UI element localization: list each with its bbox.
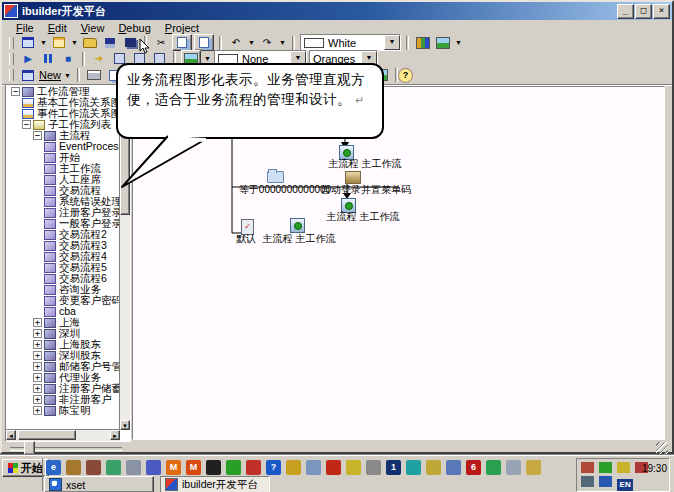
monitor-green-icon[interactable] xyxy=(226,460,241,475)
step-into-icon[interactable]: ➔ xyxy=(90,51,108,66)
combo-dropdown-icon[interactable]: ▼ xyxy=(384,35,400,50)
copy-icon[interactable] xyxy=(172,34,192,51)
pause-icon[interactable] xyxy=(39,51,57,66)
flow-node-label[interactable]: 主流程 主工作流 xyxy=(315,211,411,222)
sync-green-icon[interactable] xyxy=(106,460,121,475)
chat-icon[interactable] xyxy=(126,460,141,475)
scroll-left-icon[interactable]: ◄ xyxy=(6,430,16,440)
flow-node-workflow-icon[interactable] xyxy=(290,218,305,233)
print-icon[interactable] xyxy=(85,68,103,83)
redo-icon[interactable]: ↷ xyxy=(258,35,276,50)
palette-icon[interactable] xyxy=(414,35,432,50)
run-icon[interactable]: ▶ xyxy=(19,51,37,66)
expand-icon[interactable]: + xyxy=(33,362,42,371)
new-item-dropdown-icon[interactable]: ▼ xyxy=(70,39,79,46)
scroll-down-icon[interactable]: ▼ xyxy=(120,420,130,430)
collapse-icon[interactable]: − xyxy=(33,131,42,140)
image-yellow-icon[interactable] xyxy=(526,460,541,475)
save-icon[interactable] xyxy=(101,35,119,50)
mail-icon[interactable] xyxy=(86,460,101,475)
flow-node-label[interactable]: 自动登录并置菜单码 xyxy=(310,184,422,195)
undo-icon[interactable]: ↶ xyxy=(227,35,245,50)
menu-project[interactable]: Project xyxy=(159,22,205,34)
swirl-red-icon[interactable] xyxy=(246,460,261,475)
new-item-button[interactable] xyxy=(50,35,68,50)
task-button-xset[interactable]: xset xyxy=(44,476,154,492)
flow-node-briefcase-icon[interactable] xyxy=(345,171,361,184)
picture-tool-icon[interactable] xyxy=(434,35,452,50)
gears-gray-icon[interactable] xyxy=(366,460,381,475)
tray-volume-icon[interactable] xyxy=(617,462,630,473)
collapse-icon[interactable]: − xyxy=(22,120,31,129)
new-project-dropdown-icon[interactable]: ▼ xyxy=(39,39,48,46)
zoom-dropdown-icon[interactable]: ▼ xyxy=(203,55,212,62)
tray-app-icon[interactable] xyxy=(599,476,612,487)
app-blue-icon[interactable] xyxy=(446,460,461,475)
mm-orange-icon[interactable]: M xyxy=(166,460,181,475)
help-icon[interactable]: ? xyxy=(398,68,413,83)
bottom-slider-thumb[interactable] xyxy=(24,441,35,455)
six-red-icon[interactable]: 6 xyxy=(466,460,481,475)
expand-icon[interactable]: + xyxy=(33,318,42,327)
expand-icon[interactable]: + xyxy=(33,384,42,393)
toolbar-grip[interactable] xyxy=(9,69,14,81)
stop-icon[interactable]: ■ xyxy=(59,51,77,66)
close-button[interactable]: × xyxy=(653,4,670,19)
search-gray-icon[interactable] xyxy=(506,460,521,475)
expand-icon[interactable]: + xyxy=(33,373,42,382)
scrollbar-thumb[interactable] xyxy=(18,430,76,440)
doc-blue-icon[interactable] xyxy=(306,460,321,475)
new-button-label[interactable]: New xyxy=(39,69,61,81)
toolbar-grip[interactable] xyxy=(9,37,14,49)
expand-icon[interactable]: + xyxy=(33,329,42,338)
toolbar-grip[interactable] xyxy=(9,53,14,65)
redo-dropdown-icon[interactable]: ▼ xyxy=(278,39,287,46)
paste-icon[interactable] xyxy=(194,34,214,51)
mm-red-icon[interactable]: M xyxy=(186,460,201,475)
tray-network-icon[interactable] xyxy=(581,462,594,473)
globe-purple-icon[interactable] xyxy=(146,460,161,475)
menu-edit[interactable]: Edit xyxy=(42,22,73,34)
tree-item[interactable]: +陈宝明 xyxy=(7,405,119,416)
task-button-ibuilder[interactable]: ibuilder开发平台 xyxy=(160,476,270,492)
help-blue-icon[interactable]: ? xyxy=(266,460,281,475)
tray-monitor-icon[interactable] xyxy=(581,476,594,487)
cut-icon[interactable]: ✂ xyxy=(152,35,170,50)
edit-yellow-icon[interactable] xyxy=(426,460,441,475)
picture-dropdown-icon[interactable]: ▼ xyxy=(454,39,463,46)
one-blue-icon[interactable]: 1 xyxy=(386,460,401,475)
ie-icon[interactable]: e xyxy=(46,460,61,475)
fill-color-combo[interactable]: White ▼ xyxy=(300,34,401,51)
expand-icon[interactable]: + xyxy=(33,395,42,404)
box-red-icon[interactable] xyxy=(326,460,341,475)
flow-node-label[interactable]: 主流程 主工作流 xyxy=(317,158,413,169)
castle-yellow-icon[interactable] xyxy=(286,460,301,475)
expand-icon[interactable]: + xyxy=(33,340,42,349)
monitor-teal-icon[interactable] xyxy=(406,460,421,475)
expand-icon[interactable]: + xyxy=(33,406,42,415)
menu-debug[interactable]: Debug xyxy=(112,22,156,34)
qq-penguin-icon[interactable] xyxy=(206,460,221,475)
tray-sync-icon[interactable] xyxy=(599,462,612,473)
open-icon[interactable] xyxy=(81,35,99,50)
menu-file[interactable]: File xyxy=(10,22,40,34)
menu-view[interactable]: View xyxy=(75,22,111,34)
new-document-icon[interactable] xyxy=(19,68,37,83)
restore-button[interactable]: □ xyxy=(635,4,652,19)
new-project-button[interactable] xyxy=(19,35,37,50)
scroll-right-icon[interactable]: ► xyxy=(110,430,120,440)
language-indicator[interactable]: EN xyxy=(617,479,633,491)
expand-icon[interactable]: + xyxy=(33,351,42,360)
box-green-icon[interactable] xyxy=(486,460,501,475)
workflow-canvas[interactable]: 主流程 主工作流等于0000000000000自动登录并置菜单码主流程 主工作流… xyxy=(132,86,665,440)
new-dropdown-icon[interactable]: ▼ xyxy=(63,72,72,79)
undo-dropdown-icon[interactable]: ▼ xyxy=(247,39,256,46)
resize-grip-icon[interactable] xyxy=(656,442,668,454)
flow-node-label[interactable]: 主流程 主工作流 xyxy=(251,233,347,244)
globe-brown-icon[interactable] xyxy=(66,460,81,475)
flow-node-folder-icon[interactable] xyxy=(267,171,284,183)
clock-yellow-icon[interactable] xyxy=(346,460,361,475)
save-all-icon[interactable] xyxy=(121,35,139,50)
minimize-button[interactable]: _ xyxy=(617,4,634,19)
collapse-icon[interactable]: − xyxy=(11,87,20,96)
